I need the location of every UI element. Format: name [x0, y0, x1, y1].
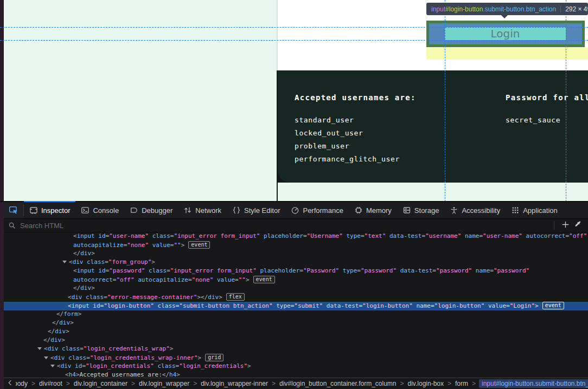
code-segment: type [273, 302, 291, 309]
code-segment: "password" [361, 267, 397, 274]
tab-network[interactable]: Network [178, 202, 227, 218]
code-segment: "login-button" [434, 302, 485, 309]
markup-line[interactable]: autocapitalize="none" value="">event [4, 241, 588, 250]
breadcrumb-bar: body>div#root>div.login_container>div.lo… [4, 378, 588, 389]
code-segment: form [63, 310, 78, 317]
code-segment: "error-message-container" [107, 294, 197, 301]
guide-line-top [0, 27, 588, 28]
code-segment: > [151, 258, 155, 265]
markup-line[interactable]: <input id="user-name" class="input_error… [4, 232, 588, 241]
code-segment: value [484, 302, 506, 309]
code-segment: = [303, 232, 307, 239]
code-segment: "input_error form_input" [174, 232, 260, 239]
breadcrumb-separator: > [193, 380, 197, 387]
breadcrumb-item[interactable]: div.login_container [73, 380, 128, 387]
markup-line[interactable]: <div class="error-message-container"></d… [4, 293, 588, 302]
markup-line[interactable]: <div class="login_credentials_wrap-inner… [4, 354, 588, 362]
badge-flex[interactable]: flex [226, 293, 245, 301]
searchbar-separator [554, 221, 554, 230]
code-segment: input id [72, 302, 100, 309]
breadcrumb-separator: > [66, 380, 70, 387]
tab-label: Network [195, 206, 221, 215]
markup-line[interactable]: </div> [4, 250, 588, 258]
markup-line[interactable]: </div> [4, 284, 588, 293]
code-segment: = [188, 276, 192, 283]
code-segment: "off" [569, 232, 587, 239]
tab-performance[interactable]: Performance [285, 202, 348, 218]
tab-inspector[interactable]: Inspector [24, 202, 75, 218]
code-segment: class [154, 302, 176, 309]
devtools-tabs: InspectorConsoleDebuggerNetworkStyle Edi… [24, 202, 563, 218]
infobar-classes: .submit-button.btn_action [483, 5, 556, 13]
search-html-input[interactable] [19, 221, 549, 230]
tab-storage[interactable]: Storage [397, 202, 445, 218]
markup-line[interactable]: </div> [4, 328, 588, 336]
markup-line[interactable]: <div id="login_credentials" class="login… [4, 362, 588, 371]
breadcrumb-separator: > [131, 380, 135, 387]
markup-line[interactable]: <div class="form_group"> [4, 258, 588, 267]
pick-element-button[interactable] [4, 202, 23, 218]
code-segment: class [154, 362, 176, 369]
code-segment: autocorrect [73, 276, 113, 283]
code-segment: "Username" [307, 232, 343, 239]
expand-arrow-icon[interactable] [62, 261, 67, 263]
devtools-toolbar: InspectorConsoleDebuggerNetworkStyle Edi… [4, 202, 588, 218]
breadcrumb-separator: > [31, 380, 35, 387]
breadcrumb-item[interactable]: div.login-box [407, 380, 444, 387]
code-segment: </ [48, 328, 55, 335]
infobar-arrow [501, 15, 508, 18]
guide-line-right [566, 0, 566, 202]
code-segment: "login_credentials" [179, 362, 247, 369]
markup-line[interactable]: <input id="login-button" class="submit-b… [4, 302, 588, 310]
badge-event[interactable]: event [542, 302, 564, 309]
code-segment: Accepted usernames are: [80, 371, 162, 378]
tab-accessibility[interactable]: Accessibility [444, 202, 506, 218]
code-segment: > [78, 310, 82, 317]
expand-arrow-icon[interactable] [44, 356, 48, 359]
markup-line[interactable]: </div> [4, 336, 588, 345]
markup-line[interactable]: </div> [4, 319, 588, 328]
breadcrumb-item[interactable]: div#root [39, 380, 63, 387]
breadcrumb-item[interactable]: div#login_button_container.form_column [279, 380, 397, 387]
code-segment: < [57, 362, 61, 369]
badge-event[interactable]: event [253, 276, 275, 283]
code-segment: "text" [365, 232, 386, 239]
breadcrumb-item[interactable]: form [455, 380, 469, 387]
expand-arrow-icon[interactable] [50, 365, 55, 367]
code-segment: > [247, 362, 251, 369]
markup-line[interactable]: <div class="login_credentials_wrap"> [4, 345, 588, 354]
code-segment: < [50, 354, 54, 361]
code-segment: > [181, 242, 185, 249]
markup-line[interactable]: autocorrect="off" autocapitalize="none" … [4, 276, 588, 284]
eyedropper-button[interactable] [572, 221, 584, 230]
markup-line[interactable]: </form> [4, 310, 588, 319]
code-segment: </ [43, 336, 50, 343]
markup-line[interactable]: <h4>Accepted usernames are:</h4> [4, 371, 588, 378]
tab-debugger[interactable]: Debugger [124, 202, 178, 218]
badge-grid[interactable]: grid [205, 354, 223, 361]
code-segment: value [213, 276, 235, 283]
code-segment: > [91, 250, 95, 257]
tab-label: Style Editor [244, 206, 280, 215]
code-segment: < [69, 258, 73, 265]
breadcrumb: body>div#root>div.login_container>div.lo… [13, 379, 588, 388]
breadcrumb-item[interactable]: div.login_wrapper-inner [200, 380, 269, 387]
add-node-button[interactable] [559, 221, 572, 231]
code-segment: div [208, 294, 219, 301]
markup-line[interactable]: <input id="password" class="input_error … [4, 267, 588, 276]
login-button[interactable]: Login [445, 27, 566, 40]
tab-memory[interactable]: Memory [349, 202, 397, 218]
tab-console[interactable]: Console [75, 202, 124, 218]
network-icon [183, 206, 192, 215]
badge-event[interactable]: event [188, 241, 210, 249]
code-segment: = [167, 267, 170, 274]
code-segment: > [70, 319, 74, 326]
breadcrumb-scroll-left-button[interactable] [4, 378, 16, 389]
highlight-margin-region [426, 48, 588, 60]
expand-arrow-icon[interactable] [37, 347, 42, 350]
guide-line-left [445, 0, 445, 202]
tab-style-editor[interactable]: Style Editor [227, 202, 285, 218]
breadcrumb-item[interactable]: div.login_wrapper [138, 380, 190, 387]
breadcrumb-item-selected[interactable]: input#login-button.submit-button.btn_act… [479, 379, 588, 388]
tab-application[interactable]: Application [506, 202, 563, 218]
